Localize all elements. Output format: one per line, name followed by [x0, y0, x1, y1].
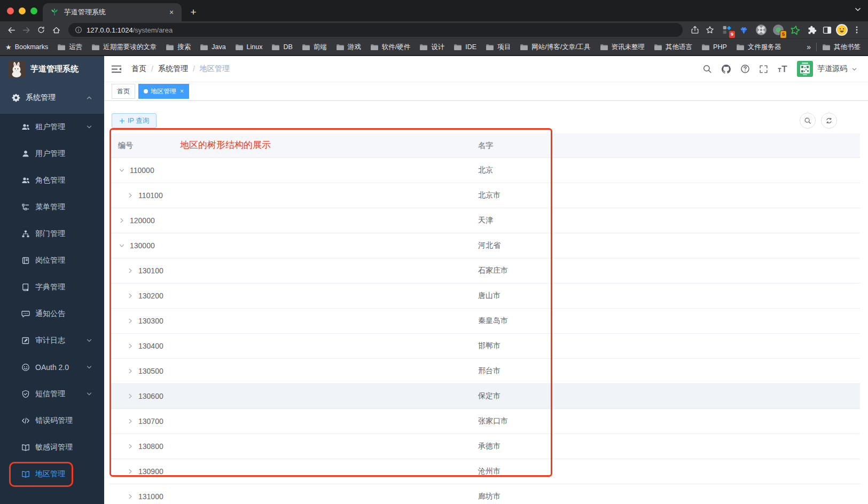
- expand-icon[interactable]: [127, 392, 134, 400]
- sidebar-item-sms[interactable]: 短信管理: [0, 381, 104, 407]
- tag-close-icon[interactable]: ×: [180, 88, 184, 95]
- tab-overflow-chevron-icon[interactable]: [854, 6, 862, 13]
- sidebar-item-dept[interactable]: 部门管理: [0, 220, 104, 247]
- sidebar-item-post[interactable]: 岗位管理: [0, 247, 104, 274]
- table-row[interactable]: 130700张家口市: [110, 409, 860, 434]
- expand-icon[interactable]: [127, 468, 134, 475]
- close-window-button[interactable]: [7, 7, 14, 14]
- expand-icon[interactable]: [127, 192, 134, 199]
- user-menu[interactable]: 芋道源码: [797, 61, 857, 77]
- bookmarks-root[interactable]: ★ Bookmarks: [5, 43, 48, 51]
- bookmark-item[interactable]: 运营: [57, 43, 82, 52]
- extension-cmdcircle[interactable]: [754, 23, 768, 37]
- expand-icon[interactable]: [118, 217, 126, 224]
- bookmark-item[interactable]: 其他语言: [654, 43, 692, 52]
- other-bookmarks[interactable]: 其他书签: [822, 43, 861, 52]
- maximize-window-button[interactable]: [30, 7, 37, 14]
- table-row[interactable]: 130600保定市: [110, 384, 860, 409]
- sidebar-item-errcode[interactable]: 错误码管理: [0, 407, 104, 434]
- sidebar-item-audit-log[interactable]: 审计日志: [0, 327, 104, 354]
- browser-menu-icon[interactable]: [850, 23, 864, 37]
- expand-icon[interactable]: [127, 443, 134, 450]
- expand-icon[interactable]: [127, 342, 134, 350]
- bookmark-item[interactable]: Java: [200, 43, 225, 52]
- extension-greendot[interactable]: 5: [771, 23, 785, 37]
- bookmark-item[interactable]: 项目: [486, 43, 511, 52]
- side-panel-icon[interactable]: [820, 23, 834, 37]
- sidebar-item-dict[interactable]: 字典管理: [0, 274, 104, 301]
- forward-button[interactable]: [19, 23, 33, 37]
- breadcrumb-home[interactable]: 首页: [131, 64, 146, 74]
- home-button[interactable]: [49, 23, 63, 37]
- bookmark-item[interactable]: 游戏: [336, 43, 361, 52]
- table-row[interactable]: 110000北京: [110, 158, 860, 183]
- help-icon[interactable]: [740, 64, 750, 74]
- new-tab-button[interactable]: +: [186, 5, 201, 20]
- sidebar-collapse-icon[interactable]: [104, 65, 127, 74]
- bookmark-item[interactable]: IDE: [453, 43, 476, 52]
- sidebar-item-menu[interactable]: 菜单管理: [0, 194, 104, 220]
- table-row[interactable]: 130200唐山市: [110, 284, 860, 309]
- browser-tab[interactable]: 芋道管理系统 ×: [43, 3, 182, 21]
- profile-avatar[interactable]: [835, 23, 849, 37]
- bookmark-item[interactable]: 搜索: [166, 43, 191, 52]
- bookmark-item[interactable]: 设计: [419, 43, 444, 52]
- share-icon[interactable]: [688, 23, 702, 37]
- bookmark-item[interactable]: 网站/博客/文章/工具: [520, 43, 590, 52]
- expand-icon[interactable]: [127, 493, 134, 500]
- search-icon[interactable]: [702, 64, 712, 74]
- table-row[interactable]: 130500邢台市: [110, 359, 860, 384]
- bookmark-item[interactable]: 近期需要读的文章: [91, 43, 157, 52]
- fullscreen-icon[interactable]: [759, 65, 768, 74]
- table-row[interactable]: 130800承德市: [110, 434, 860, 459]
- site-info-icon[interactable]: [75, 26, 82, 34]
- app-logo-row[interactable]: 芋道管理系统: [0, 56, 104, 82]
- extension-greenstar[interactable]: [788, 23, 802, 37]
- table-row[interactable]: 130000河北省: [110, 233, 860, 258]
- bookmark-item[interactable]: 软件/硬件: [370, 43, 410, 52]
- ip-query-button[interactable]: IP 查询: [112, 113, 157, 128]
- bookmark-item[interactable]: 资讯未整理: [600, 43, 645, 52]
- tag-home[interactable]: 首页: [112, 84, 135, 99]
- bookmark-item[interactable]: DB: [271, 43, 292, 52]
- tab-close-icon[interactable]: ×: [167, 7, 176, 17]
- table-row[interactable]: 120000天津: [110, 208, 860, 233]
- sidebar-item-notice[interactable]: 通知公告: [0, 301, 104, 327]
- address-bar[interactable]: 127.0.0.1:1024/system/area: [68, 23, 683, 37]
- sidebar-item-user[interactable]: 用户管理: [0, 140, 104, 167]
- expand-icon[interactable]: [127, 267, 134, 274]
- bookmark-item[interactable]: 文件服务器: [736, 43, 781, 52]
- table-search-button[interactable]: [800, 113, 816, 129]
- collapse-icon[interactable]: [118, 242, 126, 249]
- bookmark-item[interactable]: Linux: [235, 43, 263, 52]
- table-row[interactable]: 131000廊坊市: [110, 484, 860, 504]
- sidebar-item-system[interactable]: 系统管理: [0, 82, 104, 114]
- bookmarks-overflow[interactable]: »: [807, 43, 811, 51]
- sidebar-item-oauth[interactable]: OAuth 2.0: [0, 354, 104, 381]
- github-icon[interactable]: [721, 64, 731, 74]
- sidebar-item-sensword[interactable]: 敏感词管理: [0, 434, 104, 461]
- extension-gem[interactable]: [737, 23, 750, 37]
- table-row[interactable]: 130100石家庄市: [110, 258, 860, 284]
- expand-icon[interactable]: [127, 367, 134, 375]
- bookmark-star-icon[interactable]: [703, 23, 717, 37]
- breadcrumb-system[interactable]: 系统管理: [158, 64, 188, 74]
- sidebar-item-tenant[interactable]: 租户管理: [0, 114, 104, 140]
- expand-icon[interactable]: [127, 292, 134, 300]
- bookmark-item[interactable]: PHP: [701, 43, 727, 52]
- extensions-puzzle-icon[interactable]: [805, 23, 819, 37]
- sidebar-item-area[interactable]: 地区管理: [0, 461, 104, 487]
- expand-icon[interactable]: [127, 418, 134, 425]
- expand-icon[interactable]: [127, 317, 134, 325]
- back-button[interactable]: [4, 23, 18, 37]
- bookmark-item[interactable]: 前端: [302, 43, 327, 52]
- sidebar-item-role[interactable]: 角色管理: [0, 167, 104, 194]
- table-row[interactable]: 110100北京市: [110, 183, 860, 208]
- tag-area-active[interactable]: 地区管理 ×: [138, 84, 189, 99]
- table-row[interactable]: 130300秦皇岛市: [110, 309, 860, 334]
- table-refresh-button[interactable]: [821, 113, 837, 129]
- table-row[interactable]: 130900沧州市: [110, 459, 860, 484]
- font-size-icon[interactable]: [777, 65, 788, 73]
- extension-extgrid[interactable]: 9: [720, 23, 733, 37]
- collapse-icon[interactable]: [118, 167, 126, 174]
